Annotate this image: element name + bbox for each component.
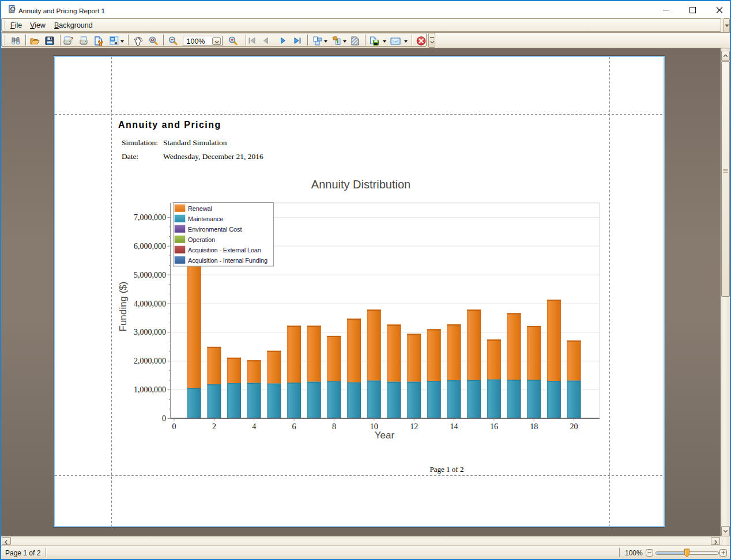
svg-text:1,000,000: 1,000,000 xyxy=(134,385,166,394)
svg-text:4,000,000: 4,000,000 xyxy=(134,300,166,308)
svg-text:6,000,000: 6,000,000 xyxy=(134,242,166,251)
svg-text:Funding ($): Funding ($) xyxy=(118,282,129,332)
svg-text:3,000,000: 3,000,000 xyxy=(134,328,166,336)
svg-text:4: 4 xyxy=(252,422,256,431)
svg-text:20: 20 xyxy=(570,422,578,431)
svg-text:18: 18 xyxy=(530,422,538,431)
svg-text:14: 14 xyxy=(450,422,458,431)
svg-text:2,000,000: 2,000,000 xyxy=(134,357,166,365)
svg-text:Environmental Cost: Environmental Cost xyxy=(188,226,242,233)
svg-text:Year: Year xyxy=(375,430,395,441)
svg-text:?: ? xyxy=(70,36,73,41)
svg-text:Annuity Distribution: Annuity Distribution xyxy=(311,178,410,191)
svg-text:Operation: Operation xyxy=(188,236,215,243)
svg-text:6: 6 xyxy=(292,422,296,431)
svg-text:Acquisition - External Loan: Acquisition - External Loan xyxy=(188,247,261,253)
svg-text:0: 0 xyxy=(162,414,166,423)
svg-text:5,000,000: 5,000,000 xyxy=(134,271,166,279)
svg-text:Renewal: Renewal xyxy=(188,205,212,212)
svg-text:Acquisition - Internal Funding: Acquisition - Internal Funding xyxy=(188,257,267,264)
svg-text:12: 12 xyxy=(410,422,418,431)
svg-text:8: 8 xyxy=(332,422,336,431)
svg-text:Maintenance: Maintenance xyxy=(188,215,223,222)
svg-text:16: 16 xyxy=(490,422,498,431)
svg-text:0: 0 xyxy=(172,422,176,431)
svg-text:7,000,000: 7,000,000 xyxy=(134,213,166,222)
svg-text:2: 2 xyxy=(212,422,216,431)
